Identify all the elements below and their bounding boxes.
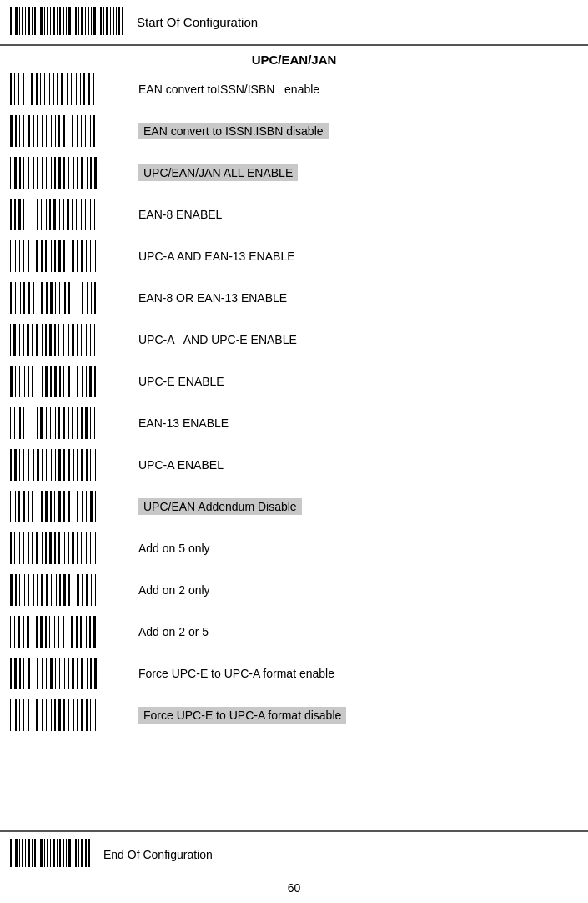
svg-rect-345: [64, 658, 65, 689]
svg-rect-71: [58, 115, 60, 147]
header-barcode: [8, 5, 125, 39]
svg-rect-18: [63, 7, 64, 35]
svg-rect-115: [67, 199, 69, 230]
svg-rect-348: [77, 658, 78, 689]
svg-rect-98: [87, 157, 88, 189]
svg-rect-29: [98, 7, 98, 35]
svg-rect-398: [81, 839, 83, 867]
svg-rect-272: [19, 532, 20, 564]
svg-rect-369: [77, 699, 78, 731]
svg-rect-219: [63, 407, 65, 439]
svg-rect-387: [47, 839, 48, 867]
svg-rect-36: [118, 7, 120, 35]
list-item: Add on 2 only: [8, 569, 580, 611]
svg-rect-70: [55, 115, 56, 147]
svg-rect-118: [81, 199, 82, 230]
svg-rect-311: [8, 614, 125, 649]
svg-rect-106: [28, 199, 28, 230]
svg-rect-9: [34, 7, 36, 35]
svg-rect-216: [50, 407, 51, 439]
svg-rect-363: [51, 699, 52, 731]
row-label: UPC-A AND UPC-E ENABLE: [138, 333, 580, 346]
svg-rect-157: [68, 282, 70, 314]
svg-rect-14: [50, 7, 51, 35]
svg-rect-389: [53, 839, 55, 867]
svg-rect-277: [42, 532, 43, 564]
svg-rect-243: [77, 449, 78, 481]
svg-rect-49: [53, 73, 54, 105]
svg-rect-26: [88, 7, 89, 35]
svg-rect-236: [46, 449, 47, 481]
svg-rect-132: [51, 240, 52, 272]
svg-rect-12: [44, 7, 45, 35]
row-label: Force UPC-E to UPC-A format enable: [138, 667, 580, 680]
row-barcode: [8, 322, 125, 357]
svg-rect-356: [19, 699, 20, 731]
svg-rect-144: [10, 282, 12, 314]
list-item: EAN-13 ENABLE: [8, 402, 580, 444]
svg-rect-194: [45, 366, 48, 397]
section-title: UPC/EAN/JAN: [8, 46, 580, 68]
svg-rect-388: [50, 839, 51, 867]
list-item: UPC-A AND UPC-E ENABLE: [8, 319, 580, 361]
svg-rect-19: [66, 7, 67, 35]
list-item: UPC-A AND EAN-13 ENABLE: [8, 235, 580, 277]
svg-rect-396: [75, 839, 77, 867]
row-barcode: [8, 447, 125, 482]
svg-rect-302: [59, 574, 61, 606]
svg-rect-339: [37, 658, 38, 689]
row-label: UPC/EAN/JAN ALL ENABLE: [138, 164, 580, 181]
row-label: EAN-8 ENABEL: [138, 208, 580, 221]
svg-rect-202: [82, 366, 83, 397]
svg-rect-125: [19, 240, 20, 272]
svg-rect-318: [36, 616, 38, 648]
svg-rect-282: [64, 532, 65, 564]
svg-rect-212: [33, 407, 33, 439]
svg-rect-206: [8, 406, 125, 441]
svg-rect-221: [72, 407, 73, 439]
svg-rect-183: [90, 324, 91, 356]
svg-rect-299: [46, 574, 48, 606]
svg-rect-67: [42, 115, 43, 147]
svg-rect-55: [80, 73, 81, 105]
svg-rect-174: [49, 324, 52, 356]
svg-rect-340: [42, 658, 43, 689]
svg-rect-324: [63, 616, 64, 648]
rows-container: EAN convert toISSN/ISBN enableEAN conver…: [8, 68, 580, 736]
svg-rect-262: [68, 491, 70, 522]
svg-rect-13: [47, 7, 48, 35]
svg-rect-336: [23, 658, 24, 689]
svg-rect-347: [72, 658, 74, 689]
svg-rect-252: [23, 491, 25, 522]
list-item: EAN-8 ENABEL: [8, 194, 580, 235]
svg-rect-280: [54, 532, 56, 564]
svg-rect-112: [53, 199, 56, 230]
svg-rect-159: [78, 282, 78, 314]
svg-rect-1: [10, 7, 12, 35]
svg-rect-146: [20, 282, 21, 314]
svg-rect-334: [14, 658, 17, 689]
svg-rect-254: [32, 491, 33, 522]
svg-rect-73: [68, 115, 68, 147]
svg-rect-382: [32, 839, 33, 867]
svg-rect-48: [49, 73, 50, 105]
svg-rect-51: [61, 73, 63, 105]
svg-rect-66: [37, 115, 38, 147]
svg-rect-353: [8, 698, 125, 733]
row-barcode: [8, 197, 125, 232]
svg-rect-58: [93, 73, 94, 105]
svg-rect-140: [86, 240, 87, 272]
svg-rect-316: [27, 616, 29, 648]
svg-rect-358: [28, 699, 29, 731]
svg-rect-191: [32, 366, 33, 397]
svg-rect-239: [58, 449, 61, 481]
row-barcode: [8, 364, 125, 399]
svg-rect-129: [36, 240, 38, 272]
list-item: UPC/EAN Addendum Disable: [8, 486, 580, 527]
svg-rect-143: [8, 280, 125, 315]
svg-rect-63: [23, 115, 24, 147]
svg-rect-88: [42, 157, 43, 189]
svg-rect-319: [40, 616, 43, 648]
svg-rect-392: [63, 839, 64, 867]
svg-rect-11: [40, 7, 43, 35]
